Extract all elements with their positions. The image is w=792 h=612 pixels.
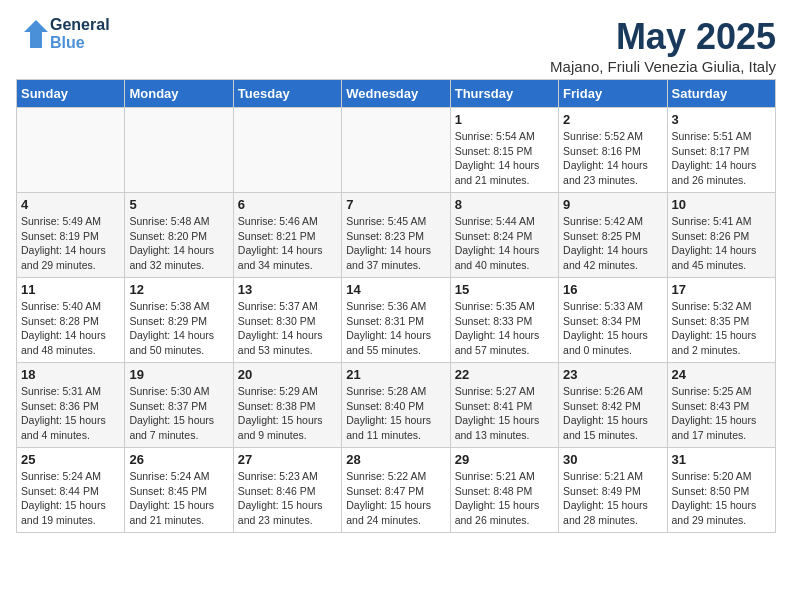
day-number: 30 — [563, 452, 662, 467]
header-tuesday: Tuesday — [233, 80, 341, 108]
calendar-cell — [125, 108, 233, 193]
calendar-cell: 24Sunrise: 5:25 AMSunset: 8:43 PMDayligh… — [667, 363, 775, 448]
day-number: 20 — [238, 367, 337, 382]
day-info-line: Sunrise: 5:48 AM — [129, 214, 228, 229]
header-friday: Friday — [559, 80, 667, 108]
day-number: 19 — [129, 367, 228, 382]
calendar-cell: 7Sunrise: 5:45 AMSunset: 8:23 PMDaylight… — [342, 193, 450, 278]
calendar-cell: 10Sunrise: 5:41 AMSunset: 8:26 PMDayligh… — [667, 193, 775, 278]
day-info-line: Sunset: 8:46 PM — [238, 484, 337, 499]
calendar-cell: 3Sunrise: 5:51 AMSunset: 8:17 PMDaylight… — [667, 108, 775, 193]
day-info-line: Sunset: 8:31 PM — [346, 314, 445, 329]
calendar-cell: 17Sunrise: 5:32 AMSunset: 8:35 PMDayligh… — [667, 278, 775, 363]
day-number: 18 — [21, 367, 120, 382]
header-thursday: Thursday — [450, 80, 558, 108]
day-info-line: Daylight: 15 hours — [455, 498, 554, 513]
day-info-line: Sunset: 8:23 PM — [346, 229, 445, 244]
day-number: 12 — [129, 282, 228, 297]
day-info-line: Sunrise: 5:42 AM — [563, 214, 662, 229]
calendar-cell: 23Sunrise: 5:26 AMSunset: 8:42 PMDayligh… — [559, 363, 667, 448]
day-info-line: Sunrise: 5:36 AM — [346, 299, 445, 314]
logo: General Blue — [16, 16, 110, 51]
day-info-line: Sunrise: 5:25 AM — [672, 384, 771, 399]
day-info-line: Daylight: 15 hours — [563, 498, 662, 513]
calendar-cell: 1Sunrise: 5:54 AMSunset: 8:15 PMDaylight… — [450, 108, 558, 193]
day-info-line: and 17 minutes. — [672, 428, 771, 443]
day-info-line: Daylight: 15 hours — [672, 498, 771, 513]
calendar-cell — [233, 108, 341, 193]
day-info-line: and 24 minutes. — [346, 513, 445, 528]
day-info-line: Daylight: 15 hours — [563, 413, 662, 428]
day-info-line: Sunset: 8:19 PM — [21, 229, 120, 244]
calendar-table: Sunday Monday Tuesday Wednesday Thursday… — [16, 79, 776, 533]
day-number: 29 — [455, 452, 554, 467]
day-info-line: and 32 minutes. — [129, 258, 228, 273]
calendar-header: Sunday Monday Tuesday Wednesday Thursday… — [17, 80, 776, 108]
calendar-week-4: 18Sunrise: 5:31 AMSunset: 8:36 PMDayligh… — [17, 363, 776, 448]
calendar-week-2: 4Sunrise: 5:49 AMSunset: 8:19 PMDaylight… — [17, 193, 776, 278]
day-info-line: Sunset: 8:20 PM — [129, 229, 228, 244]
day-info-line: and 11 minutes. — [346, 428, 445, 443]
day-info-line: Sunrise: 5:37 AM — [238, 299, 337, 314]
day-info-line: Sunrise: 5:31 AM — [21, 384, 120, 399]
calendar-cell — [342, 108, 450, 193]
day-number: 26 — [129, 452, 228, 467]
day-info-line: Sunrise: 5:29 AM — [238, 384, 337, 399]
day-info-line: Daylight: 15 hours — [238, 413, 337, 428]
day-info-line: Daylight: 14 hours — [129, 243, 228, 258]
day-info-line: Sunset: 8:42 PM — [563, 399, 662, 414]
day-info-line: and 55 minutes. — [346, 343, 445, 358]
day-info-line: Sunset: 8:49 PM — [563, 484, 662, 499]
day-info-line: and 19 minutes. — [21, 513, 120, 528]
calendar-cell: 25Sunrise: 5:24 AMSunset: 8:44 PMDayligh… — [17, 448, 125, 533]
day-info-line: Daylight: 14 hours — [238, 243, 337, 258]
day-info-line: Daylight: 14 hours — [672, 243, 771, 258]
day-number: 17 — [672, 282, 771, 297]
day-info-line: and 28 minutes. — [563, 513, 662, 528]
day-info-line: and 13 minutes. — [455, 428, 554, 443]
calendar-cell — [17, 108, 125, 193]
calendar-cell: 8Sunrise: 5:44 AMSunset: 8:24 PMDaylight… — [450, 193, 558, 278]
day-info-line: Daylight: 14 hours — [672, 158, 771, 173]
day-info-line: Sunset: 8:36 PM — [21, 399, 120, 414]
calendar-week-5: 25Sunrise: 5:24 AMSunset: 8:44 PMDayligh… — [17, 448, 776, 533]
day-info-line: Daylight: 15 hours — [672, 328, 771, 343]
title-block: May 2025 Majano, Friuli Venezia Giulia, … — [550, 16, 776, 75]
day-number: 16 — [563, 282, 662, 297]
header-sunday: Sunday — [17, 80, 125, 108]
day-info-line: Sunset: 8:15 PM — [455, 144, 554, 159]
day-info-line: and 2 minutes. — [672, 343, 771, 358]
day-info-line: Daylight: 14 hours — [21, 243, 120, 258]
day-number: 23 — [563, 367, 662, 382]
day-info-line: Sunrise: 5:22 AM — [346, 469, 445, 484]
calendar-cell: 9Sunrise: 5:42 AMSunset: 8:25 PMDaylight… — [559, 193, 667, 278]
day-info-line: Daylight: 15 hours — [346, 413, 445, 428]
day-info-line: Sunrise: 5:27 AM — [455, 384, 554, 399]
day-number: 21 — [346, 367, 445, 382]
day-info-line: Sunrise: 5:33 AM — [563, 299, 662, 314]
day-info-line: Daylight: 14 hours — [455, 158, 554, 173]
day-info-line: Sunset: 8:17 PM — [672, 144, 771, 159]
day-info-line: Daylight: 14 hours — [455, 243, 554, 258]
day-number: 10 — [672, 197, 771, 212]
calendar-week-1: 1Sunrise: 5:54 AMSunset: 8:15 PMDaylight… — [17, 108, 776, 193]
day-info-line: and 21 minutes. — [129, 513, 228, 528]
calendar-cell: 16Sunrise: 5:33 AMSunset: 8:34 PMDayligh… — [559, 278, 667, 363]
calendar-cell: 20Sunrise: 5:29 AMSunset: 8:38 PMDayligh… — [233, 363, 341, 448]
calendar-cell: 26Sunrise: 5:24 AMSunset: 8:45 PMDayligh… — [125, 448, 233, 533]
day-info-line: and 37 minutes. — [346, 258, 445, 273]
day-info-line: Daylight: 14 hours — [563, 243, 662, 258]
calendar-cell: 27Sunrise: 5:23 AMSunset: 8:46 PMDayligh… — [233, 448, 341, 533]
day-info-line: Sunrise: 5:30 AM — [129, 384, 228, 399]
day-info-line: Sunrise: 5:23 AM — [238, 469, 337, 484]
day-info-line: Daylight: 15 hours — [21, 413, 120, 428]
calendar-cell: 15Sunrise: 5:35 AMSunset: 8:33 PMDayligh… — [450, 278, 558, 363]
day-info-line: Daylight: 15 hours — [129, 413, 228, 428]
day-number: 2 — [563, 112, 662, 127]
day-info-line: Sunset: 8:33 PM — [455, 314, 554, 329]
day-info-line: Sunrise: 5:21 AM — [563, 469, 662, 484]
day-info-line: Daylight: 15 hours — [672, 413, 771, 428]
day-number: 4 — [21, 197, 120, 212]
day-number: 7 — [346, 197, 445, 212]
day-info-line: Sunset: 8:40 PM — [346, 399, 445, 414]
